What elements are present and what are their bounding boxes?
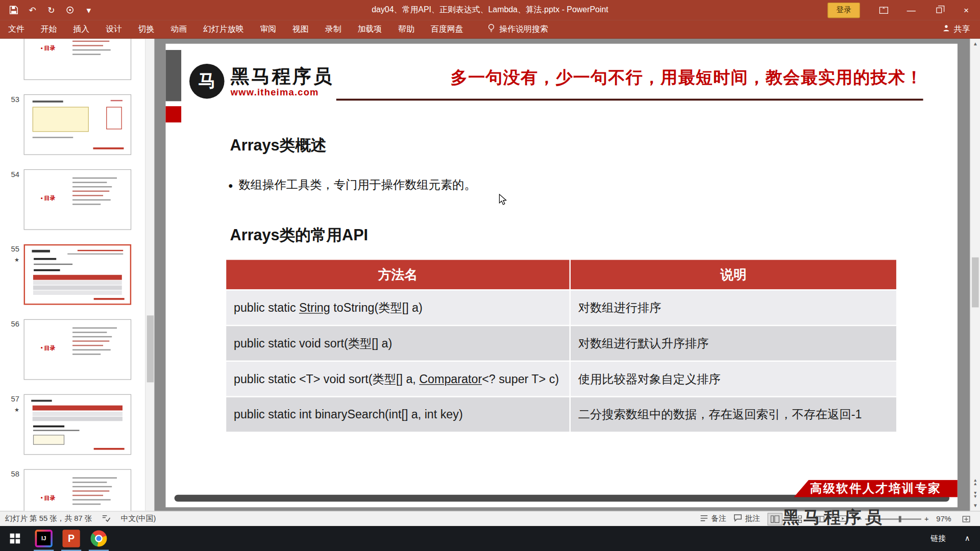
animation-star-icon: ★ [0,257,19,263]
slide-heading-api[interactable]: Arrays类的常用API [230,225,368,245]
slide-deco-red-bar [165,106,181,122]
taskbar-intellij-icon[interactable]: IJ [30,526,58,551]
thumbnail-scrollbar[interactable] [145,39,154,511]
api-table-row: public static <T> void sort(类型[] a, Comp… [226,361,897,397]
api-desc-cell[interactable]: 二分搜索数组中的数据，存在返回索引，不存在返回-1 [570,397,897,433]
logo-url: www.itheima.com [231,87,334,97]
quick-access-toolbar: ↶ ↻ ▾ [0,1,97,18]
taskbar-powerpoint-icon[interactable]: P [58,526,85,551]
zoom-out-icon[interactable]: − [857,514,862,523]
person-icon [943,24,950,34]
slide-number-status[interactable]: 幻灯片 第 55 张，共 87 张 [5,514,92,524]
title-bar: ↶ ↻ ▾ day04、常用API、正则表达式、Lambda、算法.pptx -… [0,0,980,20]
slide-thumbnail[interactable]: 57 ★ [0,394,145,455]
slideshow-view-button[interactable] [835,513,850,525]
slide-canvas[interactable]: 马 黑马程序员 www.itheima.com 多一句没有，少一句不行，用最短时… [165,44,957,508]
scroll-down-icon[interactable]: ▼ [971,503,980,509]
start-button[interactable] [0,526,30,551]
tab-home[interactable]: 开始 [33,20,65,38]
api-table-header-desc[interactable]: 说明 [570,259,897,290]
scroll-up-icon[interactable]: ▲ [971,41,980,47]
save-icon[interactable] [5,1,22,18]
slide-thumbnail[interactable]: ●目录 [0,39,145,80]
previous-slide-button[interactable]: ▲▲ [971,479,980,486]
api-desc-cell[interactable]: 使用比较器对象自定义排序 [570,361,897,397]
tab-review[interactable]: 审阅 [252,20,284,38]
zoom-in-icon[interactable]: + [924,514,929,523]
thumbnail-scrollbar-thumb[interactable] [147,315,154,382]
api-desc-cell[interactable]: 对数组进行排序 [570,290,897,325]
slide-scrollbar-thumb[interactable] [972,257,978,307]
slide-bullet-text[interactable]: ● 数组操作工具类，专门用于操作数组元素的。 [228,177,476,193]
slide-thumbnail[interactable]: 56 ●目录 [0,319,145,380]
ribbon-display-options-icon[interactable]: ⌃ [870,0,897,20]
tab-help[interactable]: 帮助 [390,20,423,38]
tab-addins[interactable]: 加载项 [349,20,390,38]
slide-slogan: 多一句没有，少一句不行，用最短时间，教会最实用的技术！ [451,66,923,89]
horse-logo-icon: 马 [189,64,225,99]
api-method-cell[interactable]: public static <T> void sort(类型[] a, Comp… [226,361,570,397]
thumbnail-number: 55 ★ [0,244,24,305]
api-table[interactable]: 方法名 说明 public static String toString(类型[… [225,259,898,433]
thumbnail-number: 54 [0,169,24,230]
tab-slideshow[interactable]: 幻灯片放映 [195,20,252,38]
zoom-slider[interactable]: − + [857,514,929,523]
api-table-header-method[interactable]: 方法名 [226,259,570,290]
tab-baidu-netdisk[interactable]: 百度网盘 [423,20,472,38]
tab-view[interactable]: 视图 [284,20,317,38]
api-table-row: public static String toString(类型[] a)对数组… [226,290,897,325]
login-button[interactable]: 登录 [827,2,860,18]
taskbar-chrome-icon[interactable] [85,526,113,551]
api-method-cell[interactable]: public static String toString(类型[] a) [226,290,570,325]
tab-file[interactable]: 文件 [0,20,33,38]
minimize-button[interactable]: — [897,0,925,20]
tab-transitions[interactable]: 切换 [130,20,163,38]
close-button[interactable]: × [952,0,980,20]
restore-button[interactable] [925,0,952,20]
api-method-cell[interactable]: public static void sort(类型[] a) [226,325,570,361]
share-button[interactable]: 共享 [943,23,980,35]
thumbnail-number: 53 [0,94,24,155]
redo-icon[interactable]: ↻ [42,1,60,18]
api-desc-cell[interactable]: 对数组进行默认升序排序 [570,325,897,361]
window-title: day04、常用API、正则表达式、Lambda、算法.pptx - Power… [187,5,792,16]
tab-design[interactable]: 设计 [97,20,130,38]
next-slide-button[interactable]: ▼▼ [971,491,980,498]
slide-thumbnail-current[interactable]: 55 ★ [0,244,145,305]
thumbnail-number [0,39,24,80]
slide-sorter-view-button[interactable] [790,513,805,525]
logo-name: 黑马程序员 [231,65,334,86]
customize-qat-dropdown-icon[interactable]: ▾ [80,1,97,18]
undo-icon[interactable]: ↶ [24,1,41,18]
api-method-cell[interactable]: public static int binarySearch(int[] a, … [226,397,570,433]
thumbnail-number: 58 [0,469,24,511]
reading-view-button[interactable] [813,513,827,525]
touch-mode-icon[interactable] [61,1,79,18]
api-table-row: public static void sort(类型[] a)对数组进行默认升序… [226,325,897,361]
tab-insert[interactable]: 插入 [65,20,97,38]
comment-icon [733,514,742,523]
tray-link-text[interactable]: 链接 [931,533,946,544]
slide-thumbnail[interactable]: 53 [0,94,145,155]
ribbon-tab-bar: 文件 开始 插入 设计 切换 动画 幻灯片放映 审阅 视图 录制 加载项 帮助 … [0,20,980,39]
api-table-header-row: 方法名 说明 [226,259,897,290]
zoom-slider-thumb[interactable] [899,516,901,522]
comments-toggle[interactable]: 批注 [733,514,760,524]
spellcheck-icon[interactable] [102,514,111,524]
tab-animations[interactable]: 动画 [162,20,195,38]
slide-thumbnail[interactable]: 54 ●目录 [0,169,145,230]
slide-thumbnail[interactable]: 58 ●目录 [0,469,145,511]
tray-chevron-icon[interactable]: ∧ [965,534,970,543]
language-status[interactable]: 中文(中国) [121,514,156,524]
notes-toggle[interactable]: 备注 [700,514,726,524]
normal-view-button[interactable] [768,513,782,525]
windows-taskbar: IJ P 链接 ∧ [0,526,980,551]
fit-to-window-button[interactable] [959,513,973,525]
slide-scrollbar[interactable]: ▲ ▲▲ ▼▼ ▼ [970,39,980,511]
slide-heading-overview[interactable]: Arrays类概述 [230,135,327,155]
tell-me-search[interactable]: 操作说明搜索 [487,23,548,35]
tab-record[interactable]: 录制 [317,20,350,38]
zoom-percent[interactable]: 97% [936,514,951,523]
thumbnail-number: 56 [0,319,24,380]
footer-banner: 高级软件人才培训专家 [794,480,958,497]
